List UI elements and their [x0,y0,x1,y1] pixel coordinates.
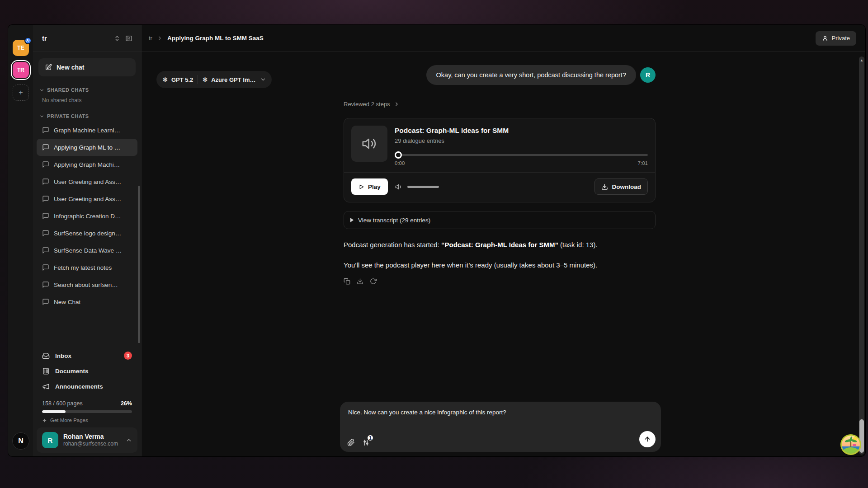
get-more-pages-label: Get More Pages [50,418,88,423]
user-message-avatar: R [640,67,656,83]
model-secondary-label: Azure GPT Im… [211,76,255,83]
sidebar: tr New chat SHARED CHATS No shared chats… [33,25,142,456]
add-workspace-button[interactable]: + [13,84,29,101]
send-button[interactable] [639,431,656,447]
play-button[interactable]: Play [351,178,388,195]
connector-count-badge: 1 [367,434,374,441]
model-selector[interactable]: ✻ GPT 5.2 ✻ Azure GPT Im… [156,71,272,88]
podcast-artwork [351,126,387,162]
podcast-progress-slider[interactable] [395,151,648,159]
pages-usage-text: 158 / 600 pages [42,400,83,407]
status-message-line1: Podcast generation has started: “Podcast… [344,240,656,249]
message-composer[interactable]: Nice. Now can you create a nice infograp… [340,402,661,452]
announcements-label: Announcements [55,383,103,390]
no-shared-chats-text: No shared chats [33,95,141,108]
scrollbar-up-arrow[interactable]: ▲ [859,58,864,62]
arrow-up-icon [644,436,651,443]
connectors-button[interactable]: 1 [362,439,370,446]
status-line1-title: “Podcast: Graph-ML Ideas for SMM” [441,241,558,249]
app-logo[interactable]: N [12,432,29,450]
chat-list-item[interactable]: Infographic Creation D… [37,207,137,225]
attach-file-button[interactable] [347,439,355,446]
podcast-progress-track [395,154,648,156]
chevron-down-icon [39,114,44,119]
model-primary[interactable]: ✻ GPT 5.2 [163,76,193,83]
chat-item-label: SurfSense logo design… [54,230,121,237]
workspace-te[interactable]: TE [13,40,29,56]
view-transcript-label: View transcript (29 entries) [358,217,430,224]
composer-input[interactable]: Nice. Now can you create a nice infograp… [348,409,653,416]
get-more-pages-button[interactable]: Get More Pages [42,418,132,423]
pages-usage-percent: 26% [121,400,132,407]
podcast-progress-thumb[interactable] [395,151,402,159]
openai-logo-icon: ✻ [203,76,208,83]
copy-button[interactable] [344,278,350,285]
sidebar-item-documents[interactable]: Documents [33,363,141,379]
sidebar-header: tr [33,25,141,52]
chevron-right-icon [157,35,163,41]
status-message-line2: You’ll see the podcast player here when … [344,260,656,270]
chat-list-item[interactable]: Graph Machine Learni… [37,122,137,139]
regenerate-button[interactable] [370,278,377,285]
plus-icon: + [19,89,23,97]
chat-bubble-icon [42,298,49,305]
volume-control [395,183,439,191]
user-name: Rohan Verma [63,433,118,441]
sidebar-item-inbox[interactable]: Inbox 3 [33,348,141,363]
chat-list-item[interactable]: Applying Graph Machi… [37,156,137,173]
workspace-title: tr [42,34,111,42]
chat-list-item[interactable]: Fetch my latest notes [37,259,137,276]
user-avatar: R [42,432,58,448]
user-avatar-initial: R [48,436,53,444]
podcast-title: Podcast: Graph-ML Ideas for SMM [395,127,648,135]
sidebar-scrollbar-thumb[interactable] [138,186,140,343]
main-scrollbar-track[interactable] [859,56,864,455]
download-message-button[interactable] [357,278,363,285]
user-email: rohan@surfsense.com [63,441,118,447]
openai-logo-icon: ✻ [163,76,168,83]
chat-item-label: Applying Graph Machi… [54,161,120,168]
chevron-up-icon [126,437,132,443]
shared-chats-label: SHARED CHATS [47,87,89,93]
shared-chats-section-toggle[interactable]: SHARED CHATS [33,82,141,95]
chat-list-item[interactable]: SurfSense logo design… [37,225,137,242]
refresh-icon [370,278,377,285]
chat-list-item-active[interactable]: Applying Graph ML to … [37,139,137,156]
private-chats-label: PRIVATE CHATS [47,113,89,119]
chevron-right-icon [394,101,400,107]
chevrons-up-down-icon [114,35,120,42]
chat-list-item[interactable]: SurfSense Data Wave … [37,242,137,259]
privacy-toggle-button[interactable]: Private [816,31,856,46]
inbox-label: Inbox [55,352,71,359]
documents-label: Documents [55,368,89,375]
chat-list-item[interactable]: User Greeting and Ass… [37,173,137,190]
model-secondary[interactable]: ✻ Azure GPT Im… [203,76,255,83]
documents-icon [42,367,50,375]
breadcrumb-workspace[interactable]: tr [149,35,152,42]
private-chats-section-toggle[interactable]: PRIVATE CHATS [33,108,141,122]
chat-bubble-icon [42,212,49,220]
user-profile-menu[interactable]: R Rohan Verma rohan@surfsense.com [37,427,137,453]
chevron-down-icon [39,88,44,93]
workspace-tr-active[interactable]: TR [13,62,29,78]
reviewed-steps-toggle[interactable]: Reviewed 2 steps [344,101,656,108]
podcast-entry-count: 29 dialogue entries [395,137,648,144]
chat-item-label: User Greeting and Ass… [54,196,121,202]
view-transcript-expander[interactable]: View transcript (29 entries) [344,211,656,229]
chat-bubble-icon [42,161,49,168]
podcast-total-time: 7:01 [638,160,648,166]
collapse-sidebar-button[interactable] [123,33,135,44]
sidebar-item-announcements[interactable]: Announcements [33,379,141,394]
download-icon [357,278,363,285]
chat-list-item[interactable]: Search about surfsen… [37,276,137,293]
download-button[interactable]: Download [594,178,648,195]
workspace-switcher-button[interactable] [111,33,123,44]
chat-list-item[interactable]: User Greeting and Ass… [37,190,137,207]
podcast-card-divider [344,172,655,173]
chat-list-item[interactable]: New Chat [37,293,137,310]
download-label: Download [612,183,642,190]
volume-icon[interactable] [395,183,403,191]
island-sticker[interactable] [840,434,862,455]
new-chat-button[interactable]: New chat [38,58,136,76]
volume-slider[interactable] [407,186,439,188]
